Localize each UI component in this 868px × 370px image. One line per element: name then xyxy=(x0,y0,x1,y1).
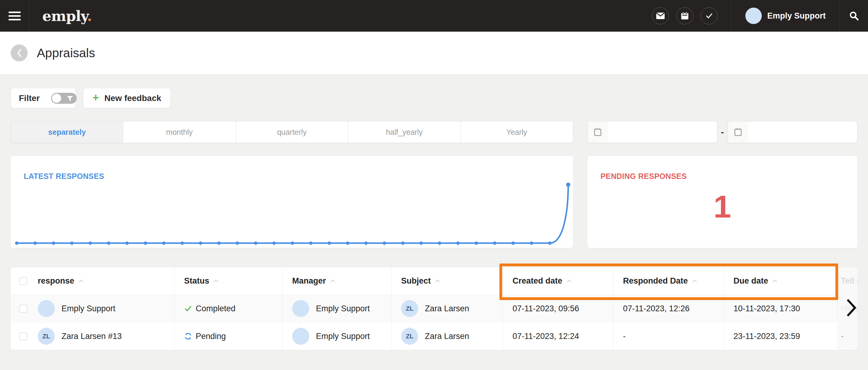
manager-name: Emply Support xyxy=(316,304,370,313)
date-range-separator: - xyxy=(721,127,724,137)
calendar-icon xyxy=(681,11,689,20)
table-header-row: response Status Manager Subject xyxy=(11,268,858,295)
responded-date: - xyxy=(613,322,724,350)
calendar-icon xyxy=(588,121,608,143)
subject-name: Zara Larsen xyxy=(425,332,469,341)
clipped-column-overlay: Tell u Happ - xyxy=(838,268,858,350)
navbar-divider xyxy=(29,0,30,32)
appraisals-table: response Status Manager Subject xyxy=(11,268,858,350)
column-header-status[interactable]: Status xyxy=(175,268,282,295)
latest-responses-chart xyxy=(11,171,573,247)
controls-row: separately monthly quarterly half_yearly… xyxy=(11,121,857,143)
start-date-input[interactable] xyxy=(608,121,717,143)
column-header-due-date[interactable]: Due date xyxy=(724,268,838,295)
date-range: - xyxy=(587,121,857,143)
sort-caret-icon xyxy=(330,280,335,282)
manager-name: Emply Support xyxy=(316,332,370,341)
calendar-button[interactable] xyxy=(676,7,693,24)
navbar-icon-group xyxy=(652,7,718,24)
sort-caret-icon xyxy=(435,280,440,282)
messages-button[interactable] xyxy=(652,7,669,24)
end-date-input[interactable] xyxy=(748,121,858,143)
content-area: Filter + New feedback separately monthly… xyxy=(0,74,868,350)
appraisals-table-wrap: response Status Manager Subject xyxy=(11,268,857,350)
appraisals-page: emply. xyxy=(0,0,868,370)
search-icon xyxy=(849,11,859,21)
filter-group[interactable]: Filter xyxy=(11,88,76,108)
top-navbar: emply. xyxy=(0,0,868,32)
subject-name: Zara Larsen xyxy=(425,304,469,313)
emply-logo: emply. xyxy=(42,8,92,24)
response-name: Emply Support xyxy=(61,304,115,313)
funnel-icon xyxy=(67,96,73,102)
summary-cards: LATEST RESPONSES PENDING RESPONSES 1 xyxy=(11,156,857,248)
user-menu[interactable]: Emply Support xyxy=(731,0,840,32)
pending-responses-card: PENDING RESPONSES 1 xyxy=(587,156,857,248)
due-date: 10-11-2023, 17:30 xyxy=(724,295,838,322)
hamburger-icon xyxy=(8,11,21,20)
toggle-knob xyxy=(52,94,61,103)
calendar-icon xyxy=(728,121,748,143)
new-feedback-button[interactable]: + New feedback xyxy=(83,88,171,108)
chevron-left-icon xyxy=(16,49,23,58)
avatar: ZL xyxy=(401,328,418,345)
user-avatar xyxy=(745,8,762,24)
column-header-responded-date[interactable]: Responded Date xyxy=(613,268,724,295)
tab-separately[interactable]: separately xyxy=(11,121,123,143)
column-header-subject[interactable]: Subject xyxy=(392,268,503,295)
status-label: Completed xyxy=(196,304,236,313)
row-checkbox[interactable] xyxy=(19,332,27,340)
pending-responses-title: PENDING RESPONSES xyxy=(600,172,687,181)
avatar: ZL xyxy=(38,328,55,345)
tab-quarterly[interactable]: quarterly xyxy=(236,121,348,143)
sort-caret-icon xyxy=(79,280,83,282)
page-header: Appraisals xyxy=(0,32,868,74)
refresh-icon xyxy=(184,332,192,340)
avatar xyxy=(38,300,55,317)
filter-toggle[interactable] xyxy=(51,93,77,104)
check-icon xyxy=(705,11,713,20)
table-row[interactable]: Emply Support Completed Emply Support ZL xyxy=(11,295,858,322)
tab-half-yearly[interactable]: half_yearly xyxy=(348,121,461,143)
column-header-response[interactable]: response xyxy=(33,268,175,295)
tab-yearly[interactable]: Yearly xyxy=(461,121,573,143)
clipped-column-header: Tell u xyxy=(841,276,858,286)
clipped-cell: - xyxy=(841,331,844,341)
row-checkbox[interactable] xyxy=(19,305,27,313)
column-header-created-date[interactable]: Created date xyxy=(503,268,613,295)
avatar xyxy=(292,300,309,317)
back-button[interactable] xyxy=(11,44,28,61)
tab-monthly[interactable]: monthly xyxy=(123,121,236,143)
check-icon xyxy=(184,305,192,312)
sort-caret-icon xyxy=(772,280,777,282)
table-row[interactable]: ZL Zara Larsen #13 Pending xyxy=(11,322,858,350)
due-date: 23-11-2023, 23:59 xyxy=(724,322,838,350)
user-name: Emply Support xyxy=(767,11,826,21)
pending-count: 1 xyxy=(714,189,731,225)
avatar: ZL xyxy=(401,300,418,317)
status-label: Pending xyxy=(196,332,226,341)
scroll-right-button[interactable] xyxy=(846,299,857,318)
period-tab-group: separately monthly quarterly half_yearly… xyxy=(11,121,573,143)
responded-date: 07-11-2023, 12:26 xyxy=(613,295,724,322)
sort-caret-icon xyxy=(214,280,219,282)
tasks-button[interactable] xyxy=(701,7,718,24)
plus-icon: + xyxy=(93,92,99,103)
sort-caret-icon xyxy=(567,280,571,282)
toolbar: Filter + New feedback xyxy=(11,88,857,108)
search-button[interactable] xyxy=(840,0,868,32)
menu-button[interactable] xyxy=(0,0,29,32)
column-header-manager[interactable]: Manager xyxy=(282,268,392,295)
avatar xyxy=(292,328,309,345)
end-date-field[interactable] xyxy=(728,121,858,143)
envelope-icon xyxy=(656,12,665,20)
latest-responses-card: LATEST RESPONSES xyxy=(11,156,573,248)
start-date-field[interactable] xyxy=(587,121,717,143)
sort-caret-icon xyxy=(692,280,697,282)
filter-label: Filter xyxy=(11,93,39,103)
select-all-checkbox[interactable] xyxy=(19,277,27,285)
created-date: 07-11-2023, 09:56 xyxy=(503,295,613,322)
page-title: Appraisals xyxy=(37,46,95,60)
created-date: 07-11-2023, 12:24 xyxy=(503,322,613,350)
chevron-right-icon xyxy=(846,299,857,317)
